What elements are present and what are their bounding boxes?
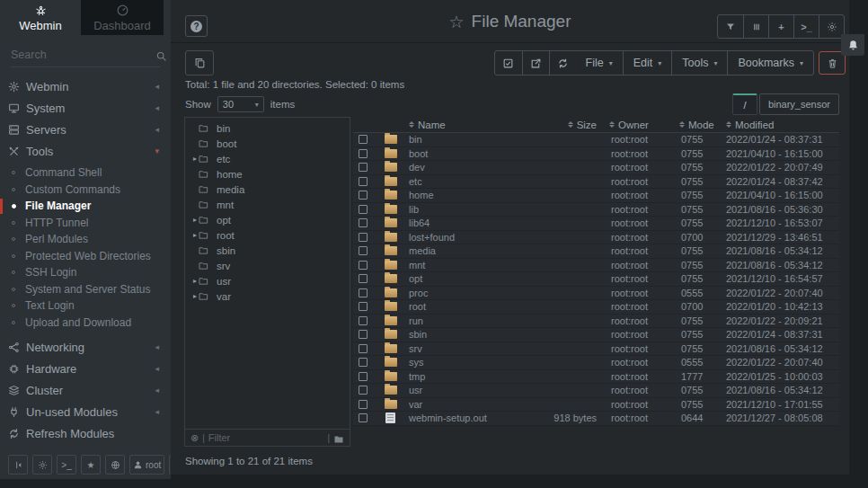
- sidebar-item-webmin[interactable]: Webmin◂: [0, 75, 171, 97]
- menu-edit[interactable]: Edit▾: [623, 51, 672, 75]
- file-name[interactable]: var: [409, 399, 523, 410]
- table-row[interactable]: rootroot:root07002022/01/20 - 10:42:13: [353, 300, 839, 315]
- row-checkbox[interactable]: [359, 246, 368, 255]
- row-checkbox[interactable]: [359, 330, 368, 339]
- file-name[interactable]: root: [409, 301, 523, 312]
- refresh-button[interactable]: [549, 51, 576, 75]
- file-name[interactable]: mnt: [409, 260, 523, 271]
- sidebar-item-hardware[interactable]: Hardware◂: [0, 358, 171, 379]
- tree-item-home[interactable]: home: [185, 166, 350, 182]
- row-checkbox[interactable]: [359, 358, 368, 367]
- table-row[interactable]: procroot:root05552022/01/22 - 20:07:40: [353, 287, 839, 301]
- paste-button[interactable]: [522, 51, 549, 75]
- theme-toggle-button[interactable]: [32, 455, 52, 475]
- tree-item-boot[interactable]: boot: [185, 136, 350, 151]
- row-checkbox[interactable]: [359, 288, 368, 297]
- sidebar-item-perl-modules[interactable]: Perl Modules: [0, 231, 171, 248]
- tree-expand-icon[interactable]: ▸: [185, 155, 198, 163]
- folder-select-icon[interactable]: [333, 432, 344, 443]
- tree-item-usr[interactable]: ▸usr: [185, 273, 350, 288]
- sidebar-item-refresh-modules[interactable]: Refresh Modules: [0, 422, 171, 444]
- file-name[interactable]: usr: [409, 385, 523, 395]
- column-header-name[interactable]: Name: [409, 120, 523, 130]
- table-row[interactable]: binroot:root07552022/01/24 - 08:37:31: [353, 133, 839, 147]
- row-checkbox[interactable]: [359, 163, 368, 172]
- file-name[interactable]: boot: [409, 148, 523, 159]
- tree-expand-icon[interactable]: ▸: [185, 216, 198, 224]
- file-name[interactable]: home: [409, 190, 523, 200]
- column-header-modified[interactable]: Modified: [726, 120, 839, 130]
- table-row[interactable]: mntroot:root07552021/08/16 - 05:34:12: [353, 259, 839, 273]
- row-checkbox[interactable]: [359, 413, 368, 422]
- tree-item-etc[interactable]: ▸etc: [185, 151, 350, 166]
- table-row[interactable]: runroot:root07552022/01/22 - 20:09:21: [353, 315, 839, 329]
- table-row[interactable]: usrroot:root07552021/08/16 - 05:34:12: [353, 384, 839, 398]
- collapse-sidebar-button[interactable]: [8, 455, 28, 475]
- shell-button[interactable]: >_: [793, 15, 819, 38]
- tree-expand-icon[interactable]: ▸: [185, 231, 198, 239]
- tab-dashboard[interactable]: Dashboard: [81, 0, 164, 35]
- file-name[interactable]: media: [409, 245, 523, 256]
- table-row[interactable]: srvroot:root07552021/08/16 - 05:34:12: [353, 342, 839, 357]
- row-checkbox[interactable]: [359, 205, 368, 214]
- table-row[interactable]: libroot:root07552021/08/16 - 05:36:30: [353, 203, 839, 217]
- tree-item-srv[interactable]: srv: [185, 258, 350, 273]
- table-row[interactable]: webmin-setup.out918 bytesroot:root064420…: [353, 412, 839, 426]
- row-checkbox[interactable]: [359, 302, 368, 311]
- table-row[interactable]: mediaroot:root07552021/08/16 - 05:34:12: [353, 244, 839, 259]
- notifications-bell[interactable]: [841, 34, 864, 56]
- tab-webmin[interactable]: Webmin: [0, 0, 81, 35]
- file-name[interactable]: lib: [409, 204, 523, 215]
- row-checkbox[interactable]: [359, 135, 368, 144]
- tree-item-bin[interactable]: bin: [185, 120, 350, 136]
- tree-item-opt[interactable]: ▸opt: [185, 212, 350, 227]
- tree-item-sbin[interactable]: sbin: [185, 243, 350, 258]
- row-checkbox[interactable]: [359, 218, 368, 227]
- sidebar-item-ssh-login[interactable]: SSH Login: [0, 264, 171, 281]
- sidebar-item-http-tunnel[interactable]: HTTP Tunnel: [0, 215, 171, 232]
- page-size-select[interactable]: 30 ▾: [217, 96, 264, 112]
- file-name[interactable]: run: [409, 315, 523, 326]
- file-name[interactable]: dev: [409, 162, 523, 173]
- sidebar-item-networking[interactable]: Networking◂: [0, 336, 171, 358]
- row-checkbox[interactable]: [359, 386, 368, 395]
- tree-item-root[interactable]: ▸root: [185, 227, 350, 243]
- sidebar-item-upload-and-download[interactable]: Upload and Download: [0, 315, 171, 332]
- table-row[interactable]: bootroot:root07552021/04/10 - 16:15:00: [353, 147, 839, 162]
- column-header-owner[interactable]: Owner: [609, 120, 679, 130]
- row-checkbox[interactable]: [359, 149, 368, 158]
- user-button[interactable]: root: [129, 455, 164, 475]
- tree-item-media[interactable]: media: [185, 182, 350, 197]
- settings-button[interactable]: [819, 15, 844, 38]
- file-name[interactable]: webmin-setup.out: [409, 413, 523, 423]
- file-name[interactable]: sbin: [409, 329, 523, 340]
- tree-item-mnt[interactable]: mnt: [185, 197, 350, 212]
- sidebar-item-tools[interactable]: Tools▾: [0, 140, 171, 162]
- row-checkbox[interactable]: [359, 261, 368, 270]
- table-row[interactable]: optroot:root07552021/12/10 - 16:54:57: [353, 272, 839, 287]
- row-checkbox[interactable]: [359, 400, 368, 409]
- columns-button[interactable]: [743, 15, 768, 38]
- column-header-size[interactable]: Size: [523, 120, 609, 130]
- sidebar-item-command-shell[interactable]: Command Shell: [0, 164, 171, 182]
- path-tab-binary-sensor[interactable]: binary_sensor: [759, 93, 839, 115]
- sidebar-item-cluster[interactable]: Cluster◂: [0, 379, 171, 401]
- language-button[interactable]: [105, 455, 125, 475]
- table-row[interactable]: homeroot:root07552021/04/10 - 16:15:00: [353, 189, 839, 203]
- select-all-button[interactable]: [495, 51, 522, 75]
- tree-filter-input[interactable]: [208, 432, 324, 443]
- row-checkbox[interactable]: [359, 316, 368, 325]
- file-name[interactable]: etc: [409, 176, 523, 187]
- filter-clear-icon[interactable]: ⊗: [190, 433, 199, 443]
- copy-path-button[interactable]: [185, 50, 214, 75]
- table-row[interactable]: varroot:root07552021/12/10 - 17:01:55: [353, 398, 839, 413]
- tree-expand-icon[interactable]: ▸: [185, 292, 198, 300]
- sidebar-item-system-and-server-status[interactable]: System and Server Status: [0, 281, 171, 298]
- menu-file[interactable]: File▾: [576, 51, 623, 75]
- file-name[interactable]: srv: [409, 343, 523, 354]
- search-input[interactable]: [11, 49, 155, 61]
- file-name[interactable]: tmp: [409, 371, 523, 382]
- column-header-mode[interactable]: Mode: [679, 120, 726, 130]
- row-checkbox[interactable]: [359, 177, 368, 186]
- file-name[interactable]: proc: [409, 288, 523, 298]
